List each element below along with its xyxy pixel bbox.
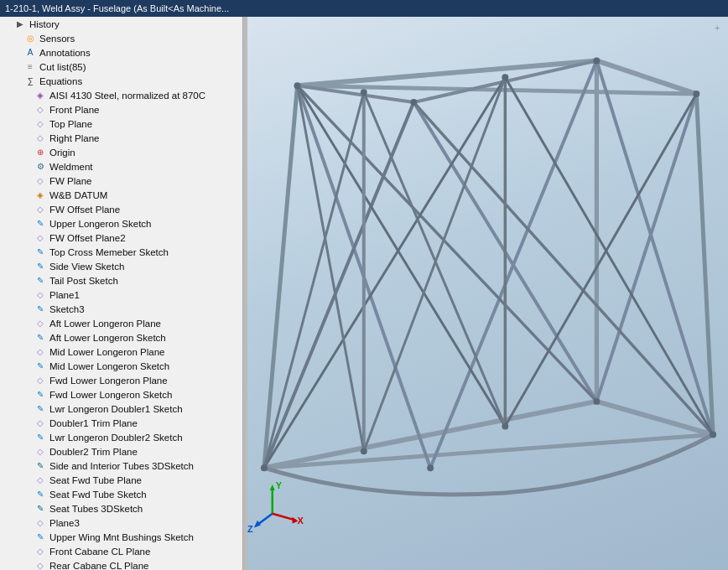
sketch-icon: ✎ (34, 360, 47, 372)
tree-item-mid-lower-longeron-sketch[interactable]: ✎Mid Lower Longeron Sketch (0, 359, 242, 373)
feature-tree-panel[interactable]: ▶History◎SensorsAAnnotations≡Cut list(85… (0, 17, 243, 570)
tree-item-label: AISI 4130 Steel, normalized at 870C (49, 91, 205, 101)
equation-icon: ∑ (23, 75, 37, 87)
plane2-icon: ◈ (34, 189, 47, 201)
tree-item-label: W&B DATUM (49, 190, 107, 200)
material-icon: ◈ (34, 90, 47, 101)
plane-icon: ◇ (34, 318, 47, 329)
tree-item-fw-offset-plane[interactable]: ◇FW Offset Plane (0, 202, 242, 216)
plane-icon: ◇ (34, 446, 47, 458)
svg-point-33 (261, 464, 268, 471)
title-text: 1-210-1, Weld Assy - Fuselage (As Built<… (5, 3, 229, 13)
tree-item-label: Doubler1 Trim Plane (49, 418, 138, 428)
tree-item-aft-lower-longeron-plane[interactable]: ◇Aft Lower Longeron Plane (0, 316, 242, 330)
sketch-icon: ✎ (34, 389, 47, 401)
tree-item-annotations[interactable]: AAnnotations (0, 45, 242, 60)
tree-item-sketch3[interactable]: ✎Sketch3 (0, 302, 242, 316)
svg-text:Y: Y (276, 480, 283, 490)
tree-item-seat-tubes-3dsketch[interactable]: ✎Seat Tubes 3DSketch (0, 501, 242, 516)
tree-item-label: Aft Lower Longeron Sketch (49, 333, 166, 343)
tree-item-wb-datum[interactable]: ◈W&B DATUM (0, 188, 242, 202)
sketch-icon: ✎ (34, 332, 47, 344)
tree-item-label: Upper Longeron Sketch (49, 219, 151, 229)
tree-item-label: Plane1 (49, 290, 80, 300)
svg-line-5 (264, 86, 298, 468)
sketch-icon: ✎ (34, 246, 47, 258)
tree-item-seat-fwd-tube-plane[interactable]: ◇Seat Fwd Tube Plane (0, 473, 242, 487)
svg-point-36 (502, 74, 508, 80)
title-bar: 1-210-1, Weld Assy - Fuselage (As Built<… (0, 0, 728, 17)
tree-item-label: Weldment (49, 162, 93, 172)
tree-item-plane3[interactable]: ◇Plane3 (0, 516, 242, 530)
plane-icon: ◇ (34, 474, 47, 486)
tree-item-label: Tail Post Sketch (49, 276, 118, 286)
tree-item-label: Fwd Lower Longeron Sketch (49, 390, 172, 400)
tree-item-label: Cut list(85) (39, 62, 86, 72)
tree-item-top-plane[interactable]: ◇Top Plane (0, 117, 242, 131)
tree-item-plane1[interactable]: ◇Plane1 (0, 288, 242, 302)
3dsketch-icon: ✎ (34, 460, 47, 472)
tree-item-fwd-lower-longeron-sketch[interactable]: ✎Fwd Lower Longeron Sketch (0, 387, 242, 402)
tree-item-mid-lower-longeron-plane[interactable]: ◇Mid Lower Longeron Plane (0, 345, 242, 359)
tree-item-fwd-lower-longeron-plane[interactable]: ◇Fwd Lower Longeron Plane (0, 373, 242, 387)
tree-item-equations[interactable]: ∑Equations (0, 74, 242, 88)
tree-item-doubler1-trim-plane[interactable]: ◇Doubler1 Trim Plane (0, 416, 242, 430)
tree-item-front-cabane-cl-plane[interactable]: ◇Front Cabane CL Plane (0, 544, 242, 558)
tree-item-top-cross-member-sketch[interactable]: ✎Top Cross Memeber Sketch (0, 245, 242, 259)
tree-item-label: Plane3 (49, 518, 80, 528)
tree-item-rear-cabane-cl-plane[interactable]: ◇Rear Cabane CL Plane (0, 558, 242, 570)
tree-item-right-plane[interactable]: ◇Right Plane (0, 131, 242, 145)
tree-item-label: Aft Lower Longeron Plane (49, 319, 161, 329)
svg-line-24 (264, 77, 505, 468)
plane-icon: ◇ (34, 175, 47, 187)
tree-item-label: Upper Wing Mnt Bushings Sketch (49, 532, 194, 542)
svg-line-20 (297, 60, 596, 86)
tree-item-label: Lwr Longeron Doubler1 Sketch (49, 404, 183, 414)
tree-item-label: FW Offset Plane (49, 205, 120, 215)
tree-item-aft-lower-longeron-sketch[interactable]: ✎Aft Lower Longeron Sketch (0, 330, 242, 345)
sensor-icon: ◎ (23, 33, 37, 44)
tree-item-cut-list[interactable]: ≡Cut list(85) (0, 60, 242, 74)
tree-item-seat-fwd-tube-sketch[interactable]: ✎Seat Fwd Tube Sketch (0, 487, 242, 501)
tree-item-fw-plane[interactable]: ◇FW Plane (0, 174, 242, 188)
tree-item-label: FW Offset Plane2 (49, 233, 126, 243)
tree-item-origin[interactable]: ⊕Origin (0, 145, 242, 159)
tree-item-side-interior-tubes-3dsketch[interactable]: ✎Side and Interior Tubes 3DSketch (0, 459, 242, 473)
svg-marker-49 (254, 521, 261, 528)
tree-item-fw-offset-plane2[interactable]: ◇FW Offset Plane2 (0, 231, 242, 245)
sketch-icon: ✎ (34, 218, 47, 230)
tree-item-tail-post-sketch[interactable]: ✎Tail Post Sketch (0, 273, 242, 288)
tree-item-label: History (29, 19, 60, 29)
tree-item-side-view-sketch[interactable]: ✎Side View Sketch (0, 259, 242, 273)
svg-point-37 (593, 57, 600, 64)
tree-item-doubler2-trim-plane[interactable]: ◇Doubler2 Trim Plane (0, 444, 242, 459)
tree-item-label: Origin (49, 148, 75, 158)
plane-icon: ◇ (34, 232, 47, 244)
sketch-icon: ✎ (34, 489, 47, 500)
svg-point-43 (361, 448, 367, 454)
plane-icon: ◇ (34, 132, 47, 144)
tree-item-label: Sketch3 (49, 304, 85, 314)
tree-item-upper-longeron-sketch[interactable]: ✎Upper Longeron Sketch (0, 216, 242, 231)
3dsketch-icon: ✎ (34, 503, 47, 515)
history-icon: ▶ (13, 18, 27, 30)
plane-icon: ◇ (34, 346, 47, 358)
plane-icon: ◇ (34, 546, 47, 557)
tree-item-lwr-longeron-doubler1-sketch[interactable]: ✎Lwr Longeron Doubler1 Sketch (0, 402, 242, 416)
tree-item-front-plane[interactable]: ◇Front Plane (0, 102, 242, 117)
svg-point-38 (693, 91, 699, 97)
3d-viewport[interactable]: + (247, 17, 728, 570)
tree-item-history[interactable]: ▶History (0, 17, 242, 31)
tree-item-weldment[interactable]: ⚙Weldment (0, 159, 242, 174)
tree-item-lwr-longeron-doubler2-sketch[interactable]: ✎Lwr Longeron Doubler2 Sketch (0, 430, 242, 444)
tree-item-label: FW Plane (49, 176, 92, 186)
plane-icon: ◇ (34, 118, 47, 130)
svg-line-15 (596, 94, 696, 402)
svg-line-27 (505, 77, 713, 434)
tree-item-upper-wing-mnt-bushings-sketch[interactable]: ✎Upper Wing Mnt Bushings Sketch (0, 530, 242, 544)
plane-icon: ◇ (34, 375, 47, 386)
tree-item-label: Sensors (39, 34, 75, 44)
tree-item-label: Front Cabane CL Plane (49, 547, 150, 557)
tree-item-material[interactable]: ◈AISI 4130 Steel, normalized at 870C (0, 88, 242, 102)
tree-item-sensors[interactable]: ◎Sensors (0, 31, 242, 45)
